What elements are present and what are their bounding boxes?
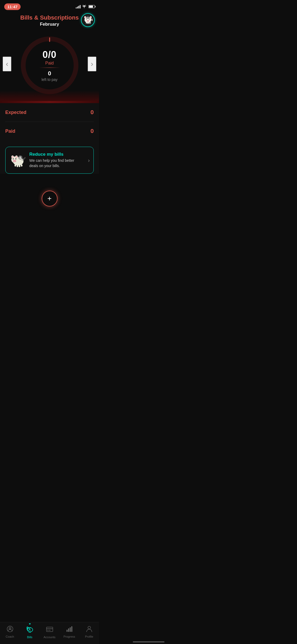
status-bar: 11:47 xyxy=(0,0,99,12)
expected-row: Expected 0 xyxy=(5,103,94,122)
svg-point-28 xyxy=(13,158,14,159)
signal-icon xyxy=(76,5,81,8)
battery-icon xyxy=(88,5,95,8)
promo-text: Reduce my bills We can help you find bet… xyxy=(29,152,84,168)
expected-label: Expected xyxy=(5,110,26,115)
svg-rect-33 xyxy=(17,165,18,167)
svg-text:$: $ xyxy=(20,156,21,159)
svg-point-25 xyxy=(13,160,16,162)
svg-rect-14 xyxy=(88,22,89,24)
add-button-section: + xyxy=(0,180,99,214)
svg-text:$: $ xyxy=(87,16,89,19)
gauge-paid-label: Paid xyxy=(29,61,71,66)
svg-rect-35 xyxy=(21,164,22,167)
add-bill-button[interactable]: + xyxy=(42,191,58,206)
svg-point-9 xyxy=(89,19,90,19)
svg-point-6 xyxy=(87,21,88,21)
circle-gauge: 0/0 Paid 0 left to pay xyxy=(18,34,81,97)
main-content: Expected 0 Paid 0 xyxy=(0,103,99,174)
paid-label: Paid xyxy=(5,128,15,134)
svg-rect-12 xyxy=(86,22,87,24)
svg-point-7 xyxy=(88,21,89,21)
separator-bar xyxy=(0,101,99,103)
svg-point-27 xyxy=(15,161,16,162)
reduce-bills-card[interactable]: $ Reduce my bills We can help you find b… xyxy=(5,147,94,174)
svg-rect-34 xyxy=(19,165,20,167)
avatar-pig-icon: $ xyxy=(83,15,93,26)
wifi-icon xyxy=(82,5,86,9)
gauge-divider xyxy=(39,68,60,68)
gauge-amount: 0 xyxy=(29,70,71,77)
svg-point-8 xyxy=(86,19,87,19)
paid-row: Paid 0 xyxy=(5,122,94,140)
promo-pig-icon: $ xyxy=(9,152,26,169)
svg-rect-32 xyxy=(15,164,16,167)
expected-value: 0 xyxy=(91,109,94,116)
prev-month-button[interactable]: ‹ xyxy=(3,57,11,71)
page-header: Bills & Subscriptions February xyxy=(0,12,99,27)
status-icons xyxy=(76,5,95,9)
add-icon: + xyxy=(47,194,51,203)
svg-rect-15 xyxy=(90,22,91,24)
svg-point-26 xyxy=(13,161,14,162)
next-month-button[interactable]: › xyxy=(88,57,96,71)
gauge-section: ‹ 0/0 Paid 0 left to pay › xyxy=(0,27,99,101)
gauge-sublabel: left to pay xyxy=(29,77,71,82)
promo-description: We can help you find better deals on you… xyxy=(29,158,84,168)
promo-chevron-icon: › xyxy=(88,157,90,163)
avatar-button[interactable]: $ xyxy=(81,13,95,27)
svg-rect-13 xyxy=(87,22,88,24)
gauge-ratio: 0/0 xyxy=(29,49,71,60)
gauge-glow xyxy=(0,90,99,101)
promo-title: Reduce my bills xyxy=(29,152,84,157)
svg-point-5 xyxy=(87,20,89,22)
status-time: 11:47 xyxy=(4,3,21,10)
svg-point-29 xyxy=(15,158,16,159)
gauge-content: 0/0 Paid 0 left to pay xyxy=(29,49,71,82)
paid-value: 0 xyxy=(91,128,94,135)
